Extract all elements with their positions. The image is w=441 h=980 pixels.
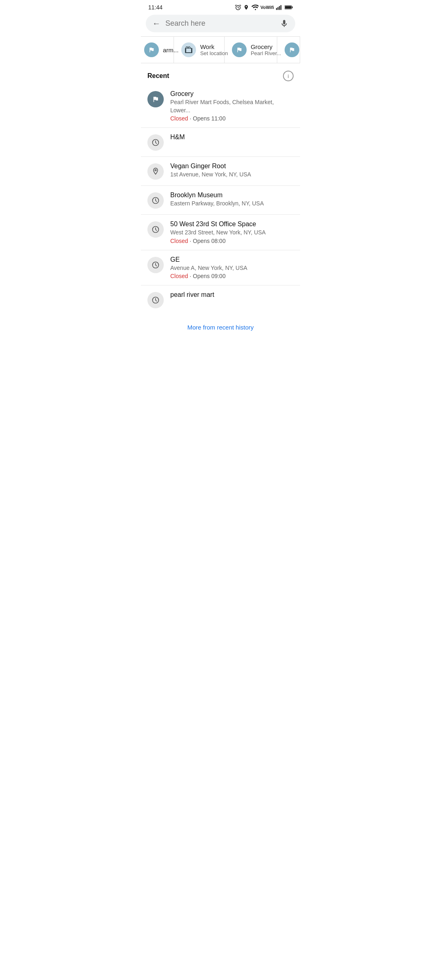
clock-icon — [147, 257, 164, 273]
svg-rect-5 — [281, 5, 281, 10]
svg-rect-2 — [276, 8, 277, 10]
svg-rect-4 — [279, 6, 280, 10]
item-status: Closed · Opens 09:00 — [170, 273, 294, 279]
svg-point-10 — [155, 169, 156, 171]
item-status: Closed · Opens 08:00 — [170, 238, 294, 244]
status-icons: VoWifi — [235, 4, 293, 11]
item-title: Grocery — [170, 90, 294, 98]
mic-icon[interactable] — [280, 19, 289, 28]
chip-work-title: Work — [200, 43, 228, 50]
chip-work-icon — [181, 42, 196, 57]
opens-label: · Opens 08:00 — [189, 238, 225, 244]
item-title: Brooklyn Museum — [170, 192, 294, 199]
chip-extra-icon — [285, 42, 299, 57]
svg-rect-8 — [285, 6, 291, 9]
clock-icon — [147, 192, 164, 209]
item-title: 50 West 23rd St Office Space — [170, 220, 294, 228]
battery-icon — [285, 4, 293, 10]
alarm-icon — [235, 4, 241, 11]
recent-label: Recent — [147, 72, 169, 80]
list-item[interactable]: Vegan Ginger Root 1st Avenue, New York, … — [141, 157, 300, 186]
clock-icon — [147, 221, 164, 238]
item-title: pearl river mart — [170, 291, 294, 298]
item-subtitle: Avenue A, New York, NY, USA — [170, 264, 294, 272]
item-title: Vegan Ginger Root — [170, 163, 294, 170]
svg-rect-7 — [292, 7, 293, 8]
item-title: H&M — [170, 134, 294, 141]
recent-list: Grocery Pearl River Mart Foods, Chelsea … — [141, 85, 300, 314]
more-history-button[interactable]: More from recent history — [141, 314, 300, 347]
closed-label: Closed — [170, 273, 188, 279]
list-item[interactable]: 50 West 23rd St Office Space West 23rd S… — [141, 215, 300, 250]
pin-icon — [147, 163, 164, 180]
chip-work-subtitle: Set location — [200, 50, 228, 56]
time: 11:44 — [148, 4, 163, 11]
chips-row: arm... Work Set location Grocery Pearl R… — [141, 36, 300, 63]
list-item[interactable]: GE Avenue A, New York, NY, USA Closed · … — [141, 250, 300, 286]
vol-text: VoWifi — [261, 5, 274, 10]
list-item[interactable]: Grocery Pearl River Mart Foods, Chelsea … — [141, 85, 300, 128]
opens-label: · Opens 11:00 — [189, 115, 225, 122]
opens-label: · Opens 09:00 — [189, 273, 225, 279]
status-bar: 11:44 VoWifi — [141, 0, 300, 13]
chip-extra[interactable] — [277, 37, 300, 63]
back-button[interactable]: ← — [152, 19, 160, 28]
chip-grocery[interactable]: Grocery Pearl River... — [225, 37, 277, 63]
search-input[interactable] — [165, 19, 275, 28]
chip-arm[interactable]: arm... — [141, 37, 174, 63]
list-item[interactable]: pearl river mart — [141, 285, 300, 314]
location-icon — [243, 4, 249, 11]
grocery-flag-icon — [147, 91, 164, 107]
signal-icon — [276, 4, 283, 10]
chip-grocery-icon — [232, 42, 247, 57]
list-item[interactable]: H&M — [141, 128, 300, 157]
wifi-icon — [251, 4, 258, 10]
list-item[interactable]: Brooklyn Museum Eastern Parkway, Brookly… — [141, 186, 300, 215]
item-title: GE — [170, 256, 294, 263]
svg-point-1 — [255, 9, 256, 10]
item-subtitle: 1st Avenue, New York, NY, USA — [170, 171, 294, 179]
item-subtitle: Pearl River Mart Foods, Chelsea Market, … — [170, 98, 294, 114]
search-bar[interactable]: ← — [146, 15, 295, 32]
chip-grocery-title: Grocery — [251, 43, 281, 50]
chip-work[interactable]: Work Set location — [174, 37, 225, 63]
item-subtitle: West 23rd Street, New York, NY, USA — [170, 229, 294, 237]
info-icon[interactable]: i — [283, 71, 294, 81]
closed-label: Closed — [170, 238, 188, 244]
chip-arm-icon — [144, 42, 159, 57]
section-header: Recent i — [141, 63, 300, 85]
chip-grocery-subtitle: Pearl River... — [251, 50, 281, 56]
clock-icon — [147, 134, 164, 151]
item-status: Closed · Opens 11:00 — [170, 115, 294, 122]
closed-label: Closed — [170, 115, 188, 122]
clock-icon — [147, 292, 164, 308]
svg-rect-3 — [278, 7, 278, 10]
item-subtitle: Eastern Parkway, Brooklyn, NY, USA — [170, 200, 294, 208]
